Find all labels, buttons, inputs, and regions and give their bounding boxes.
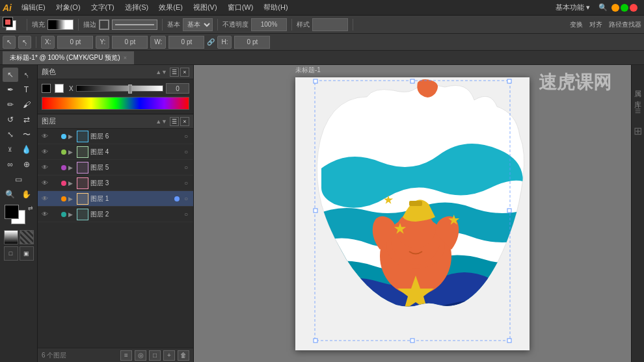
- right-panel-grid[interactable]: ⊞: [634, 125, 642, 137]
- stroke-width-selector[interactable]: [112, 19, 157, 30]
- pen-tool[interactable]: ✒: [3, 83, 18, 97]
- layer-visibility-icon[interactable]: 👁: [40, 148, 49, 157]
- hand-tool[interactable]: ✋: [19, 187, 34, 201]
- layer-item[interactable]: 👁 ▶ 图层 1 ○: [38, 191, 193, 207]
- layers-delete-btn[interactable]: 🗑: [178, 350, 189, 361]
- color-bg-swatch[interactable]: [55, 84, 64, 93]
- color-panel-close[interactable]: ×: [180, 68, 189, 77]
- layer-visibility-icon[interactable]: 👁: [40, 179, 49, 188]
- layer-visibility-icon[interactable]: 👁: [40, 194, 49, 203]
- layer-item[interactable]: 👁 ▶ 图层 2 ○: [38, 207, 193, 222]
- layers-add-btn[interactable]: +: [163, 350, 175, 361]
- reflect-tool[interactable]: ⇄: [19, 112, 34, 127]
- layer-circle-icon[interactable]: ○: [181, 148, 191, 155]
- layer-visibility-icon[interactable]: 👁: [40, 210, 49, 219]
- menu-edit[interactable]: 编辑(E): [17, 1, 50, 14]
- menu-view[interactable]: 视图(V): [189, 1, 222, 14]
- y-coord-btn[interactable]: Y:: [96, 36, 109, 49]
- style-input[interactable]: [312, 18, 348, 31]
- tab-bar: 未标题-1* @ 100% (CMYK/GPU 预览) ×: [0, 51, 644, 65]
- layers-menu-btn[interactable]: ≡: [120, 350, 132, 361]
- menu-effect[interactable]: 效果(E): [154, 1, 187, 14]
- menu-object[interactable]: 对象(O): [51, 1, 85, 14]
- menu-window[interactable]: 窗口(W): [223, 1, 258, 14]
- color-spectrum[interactable]: [42, 97, 189, 110]
- tab-close-btn[interactable]: ×: [124, 55, 127, 61]
- menu-type[interactable]: 文字(T): [87, 1, 119, 14]
- zoom-tool[interactable]: 🔍: [3, 187, 18, 201]
- h-dim-input[interactable]: [234, 36, 270, 49]
- symbol-tool[interactable]: ⊕: [19, 157, 34, 172]
- artboard-tool[interactable]: ▭: [3, 172, 35, 187]
- layer-expand-btn[interactable]: ▶: [68, 164, 75, 171]
- layer-circle-icon[interactable]: ○: [181, 211, 191, 218]
- layer-item[interactable]: 👁 ▶ 图层 3 ○: [38, 175, 193, 191]
- layer-expand-btn[interactable]: ▶: [68, 133, 75, 140]
- x-label: X: [69, 85, 74, 92]
- fill-color-selector[interactable]: [47, 19, 74, 30]
- menu-help[interactable]: 帮助(H): [259, 1, 292, 14]
- width-tool[interactable]: ⊻: [3, 142, 18, 157]
- layers-panel-expand[interactable]: ▲▼: [155, 118, 167, 125]
- menu-essentials[interactable]: 基本功能 ▾: [551, 1, 595, 14]
- opacity-input[interactable]: [251, 18, 287, 31]
- layers-new-btn[interactable]: □: [149, 350, 161, 361]
- x-coord-input[interactable]: [57, 36, 93, 49]
- layers-panel-menu[interactable]: ☰: [170, 117, 179, 126]
- fill-swatch-fg[interactable]: [3, 17, 13, 27]
- select-tool-btn[interactable]: ↖: [3, 36, 16, 49]
- color-fg-swatch[interactable]: [42, 84, 51, 93]
- layer-expand-btn[interactable]: ▶: [68, 196, 75, 202]
- layer-visibility-icon[interactable]: 👁: [40, 132, 49, 141]
- layer-expand-btn[interactable]: ▶: [68, 180, 75, 187]
- layer-circle-icon[interactable]: ○: [181, 179, 191, 187]
- canvas-workspace[interactable]: 未标题-1: [194, 65, 631, 362]
- style-dropdown[interactable]: 基本: [183, 18, 213, 31]
- layer-circle-icon[interactable]: ○: [181, 164, 191, 171]
- layer-item[interactable]: 👁 ▶ 图层 5 ○: [38, 160, 193, 175]
- pencil-tool[interactable]: ✏: [3, 97, 18, 112]
- color-panel-menu[interactable]: ☰: [170, 68, 179, 77]
- back-draw-btn[interactable]: ▣: [20, 246, 34, 261]
- color-value-input[interactable]: [166, 83, 189, 94]
- blend-tool[interactable]: ∞: [3, 157, 18, 172]
- h-dim-btn[interactable]: H:: [217, 36, 232, 49]
- blob-brush-tool[interactable]: 🖌: [19, 97, 34, 112]
- x-coord-btn[interactable]: X:: [41, 36, 55, 49]
- color-slider-thumb[interactable]: [128, 84, 132, 94]
- type-tool[interactable]: T: [19, 83, 34, 97]
- layers-panel-close[interactable]: ×: [180, 117, 189, 126]
- layer-item[interactable]: 👁 ▶ 图层 4 ○: [38, 144, 193, 160]
- color-panel-expand[interactable]: ▲▼: [155, 69, 167, 75]
- w-dim-input[interactable]: [168, 36, 204, 49]
- color-panel-header[interactable]: 颜色 ▲▼ ☰ ×: [38, 65, 193, 79]
- right-panel-expand[interactable]: ≡: [635, 105, 641, 117]
- menu-select[interactable]: 选择(S): [120, 1, 154, 14]
- layer-circle-icon[interactable]: ○: [181, 133, 191, 140]
- eyedropper-tool[interactable]: 💧: [19, 142, 34, 157]
- color-slider[interactable]: [76, 85, 163, 92]
- layer-expand-btn[interactable]: ▶: [68, 211, 75, 218]
- divider-3: [162, 19, 163, 31]
- rotate-tool[interactable]: ↺: [3, 112, 18, 127]
- y-coord-input[interactable]: [112, 36, 148, 49]
- selection-tool[interactable]: ↖: [3, 68, 18, 82]
- layer-circle-icon[interactable]: ○: [181, 195, 191, 202]
- direct-select-tool[interactable]: ↖̣: [19, 68, 34, 82]
- canvas-area[interactable]: 未标题-1: [194, 65, 631, 362]
- scale-tool[interactable]: ⤡: [3, 127, 18, 142]
- layer-item[interactable]: 👁 ▶ 图层 6 ○: [38, 129, 193, 144]
- layers-locate-btn[interactable]: ◎: [135, 350, 146, 361]
- swap-colors-btn[interactable]: ⇄: [28, 205, 33, 211]
- document-tab[interactable]: 未标题-1* @ 100% (CMYK/GPU 预览) ×: [3, 51, 134, 64]
- foreground-color-swatch[interactable]: [5, 205, 19, 219]
- gradient-swatch[interactable]: [4, 230, 18, 244]
- warp-tool[interactable]: 〜: [19, 127, 34, 142]
- layer-expand-btn[interactable]: ▶: [68, 149, 75, 155]
- w-dim-btn[interactable]: W:: [150, 36, 166, 49]
- stroke-color-box[interactable]: [99, 19, 109, 30]
- direct-select-btn[interactable]: ↖̣: [18, 36, 31, 49]
- none-swatch[interactable]: [20, 230, 34, 244]
- layer-visibility-icon[interactable]: 👁: [40, 163, 49, 172]
- normal-draw-btn[interactable]: □: [4, 246, 18, 261]
